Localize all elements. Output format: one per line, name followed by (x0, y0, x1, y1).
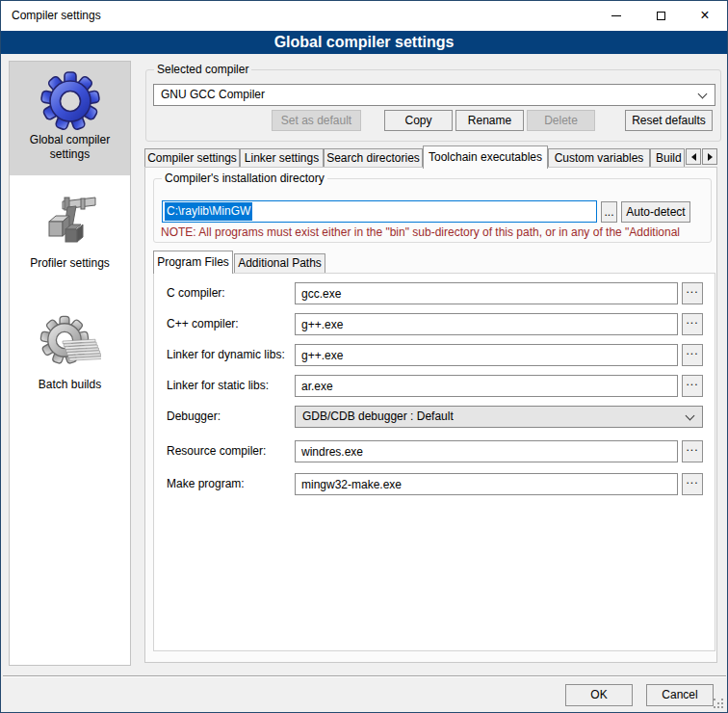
tab-compiler-settings[interactable]: Compiler settings (144, 148, 240, 168)
c-compiler-label: C compiler: (167, 282, 225, 304)
window-title: Compiler settings (12, 1, 101, 31)
arrow-left-icon (691, 153, 696, 161)
page-title: Global compiler settings (1, 31, 727, 54)
set-as-default-button[interactable]: Set as default (272, 110, 361, 131)
minimize-icon (611, 15, 621, 16)
cancel-button[interactable]: Cancel (646, 684, 714, 706)
sidebar-item-global-compiler-settings[interactable]: Global compiler settings (10, 62, 130, 175)
cpp-compiler-input[interactable] (295, 313, 678, 335)
minimize-button[interactable] (594, 1, 638, 30)
program-files-tab-strip: Program Files Additional Paths (153, 251, 715, 273)
compiler-select-value: GNU GCC Compiler (161, 85, 265, 105)
program-files-page: C compiler: ... C++ compiler: ... Linker… (153, 273, 715, 651)
reset-defaults-button[interactable]: Reset defaults (625, 110, 713, 131)
resource-compiler-input[interactable] (295, 440, 678, 462)
tab-custom-variables[interactable]: Custom variables (548, 148, 650, 168)
maximize-button[interactable] (638, 1, 683, 30)
tab-additional-paths[interactable]: Additional Paths (234, 253, 325, 273)
footer-divider (3, 675, 726, 677)
rename-button[interactable]: Rename (455, 110, 524, 131)
close-icon: × (700, 8, 709, 23)
caliper-icon (39, 193, 101, 254)
make-program-browse-button[interactable]: ... (682, 473, 703, 495)
sidebar-item-profiler-settings[interactable]: Profiler settings (10, 183, 130, 291)
linker-dynamic-browse-button[interactable]: ... (682, 344, 703, 366)
copy-button[interactable]: Copy (384, 110, 453, 131)
linker-dynamic-label: Linker for dynamic libs: (167, 344, 285, 366)
debugger-label: Debugger: (167, 406, 221, 428)
browse-directory-button[interactable]: ... (601, 201, 617, 223)
delete-button[interactable]: Delete (527, 110, 595, 131)
settings-category-list: Global compiler settings (9, 61, 131, 666)
selected-compiler-group: Selected compiler GNU GCC Compiler Set a… (145, 69, 721, 142)
tab-toolchain-executables[interactable]: Toolchain executables (423, 145, 548, 169)
linker-dynamic-input[interactable] (295, 344, 678, 366)
compiler-select[interactable]: GNU GCC Compiler (153, 84, 715, 106)
debugger-select-value: GDB/CDB debugger : Default (302, 407, 454, 427)
linker-static-browse-button[interactable]: ... (682, 375, 703, 397)
blue-gear-icon (39, 69, 101, 131)
titlebar: Compiler settings × (1, 1, 727, 31)
tab-scroll-right-button[interactable] (702, 148, 717, 165)
installation-directory-input[interactable]: C:\raylib\MinGW (162, 200, 597, 223)
arrow-right-icon (708, 153, 713, 161)
group-label: Compiler's installation directory (162, 172, 327, 186)
debugger-select[interactable]: GDB/CDB debugger : Default (295, 406, 703, 428)
resource-compiler-label: Resource compiler: (167, 440, 266, 462)
sidebar-item-label: Profiler settings (10, 256, 130, 271)
gear-stack-icon (39, 314, 101, 376)
make-program-input[interactable] (295, 473, 678, 495)
cpp-compiler-browse-button[interactable]: ... (682, 313, 703, 335)
sidebar-item-label: Batch builds (10, 378, 130, 392)
toolchain-executables-page: Compiler's installation directory C:\ray… (144, 167, 717, 663)
maximize-icon (657, 12, 665, 20)
chevron-down-icon (686, 411, 695, 421)
close-button[interactable]: × (683, 1, 727, 30)
selected-text: C:\raylib\MinGW (165, 202, 252, 221)
sidebar-item-label: Global compiler settings (10, 133, 130, 162)
tab-program-files[interactable]: Program Files (153, 251, 233, 274)
tab-linker-settings[interactable]: Linker settings (240, 148, 324, 168)
tab-build-options[interactable]: Build (650, 148, 685, 168)
chevron-down-icon (698, 90, 708, 99)
installation-directory-group: Compiler's installation directory C:\ray… (153, 178, 712, 243)
cpp-compiler-label: C++ compiler: (167, 313, 239, 335)
group-label: Selected compiler (154, 63, 251, 77)
compiler-settings-window: Compiler settings × Global compiler sett… (0, 0, 728, 713)
sidebar-item-batch-builds[interactable]: Batch builds (10, 304, 130, 412)
resize-grip[interactable] (714, 699, 723, 708)
settings-tab-strip: Compiler settings Linker settings Search… (144, 145, 721, 168)
tab-scroll-left-button[interactable] (686, 148, 701, 165)
linker-static-input[interactable] (295, 375, 678, 397)
c-compiler-browse-button[interactable]: ... (682, 282, 703, 304)
bin-subdirectory-note: NOTE: All programs must exist either in … (161, 225, 717, 239)
linker-static-label: Linker for static libs: (167, 375, 269, 397)
ok-button[interactable]: OK (565, 684, 633, 706)
make-program-label: Make program: (167, 473, 245, 495)
resource-compiler-browse-button[interactable]: ... (682, 440, 703, 462)
c-compiler-input[interactable] (295, 282, 678, 304)
tab-search-directories[interactable]: Search directories (324, 148, 423, 168)
auto-detect-button[interactable]: Auto-detect (621, 201, 690, 223)
